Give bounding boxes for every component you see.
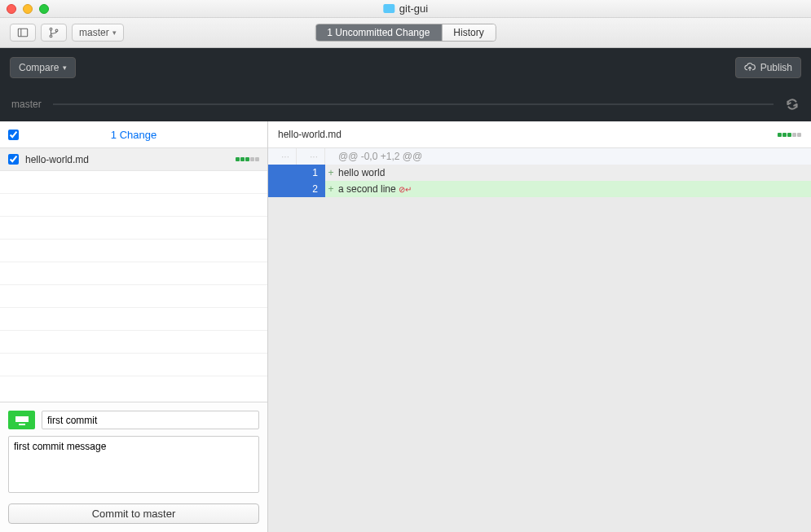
file-checkbox[interactable] — [8, 154, 19, 165]
diff-filename: hello-world.md — [278, 129, 342, 140]
commit-button[interactable]: Commit to master — [8, 503, 259, 524]
publish-label: Publish — [760, 62, 792, 73]
sidebar-toggle-button[interactable] — [10, 24, 36, 42]
timeline-branch-label: master — [11, 99, 42, 110]
svg-rect-0 — [18, 29, 27, 37]
svg-point-3 — [50, 35, 52, 37]
svg-rect-7 — [19, 424, 25, 425]
chevron-down-icon: ▾ — [112, 29, 117, 37]
minimize-window-button[interactable] — [23, 4, 33, 14]
branch-selector[interactable]: master ▾ — [72, 24, 124, 42]
view-segmented-control: 1 Uncommitted Change History — [315, 24, 496, 42]
main-toolbar: master ▾ 1 Uncommitted Change History — [0, 18, 811, 48]
branch-icon — [48, 27, 60, 38]
compare-button[interactable]: Compare ▾ — [10, 57, 76, 78]
changes-sidebar: 1 Change hello-world.md Commit to — [0, 121, 268, 532]
maximize-window-button[interactable] — [39, 4, 49, 14]
caret-down-icon: ▾ — [63, 64, 67, 72]
tab-history[interactable]: History — [442, 24, 495, 41]
cloud-upload-icon — [744, 62, 756, 73]
diff-status-indicator — [778, 133, 801, 137]
comparison-bar: Compare ▾ Publish master — [0, 48, 811, 121]
diff-body[interactable]: ··· ··· @@ -0,0 +1,2 @@ 1+hello world2+a… — [268, 148, 811, 532]
branch-button[interactable] — [41, 24, 67, 42]
author-avatar — [8, 411, 35, 429]
file-name: hello-world.md — [25, 154, 229, 165]
svg-rect-6 — [15, 416, 29, 422]
select-all-checkbox[interactable] — [8, 130, 19, 140]
diff-hunk-header: ··· ··· @@ -0,0 +1,2 @@ — [268, 148, 811, 165]
svg-point-4 — [55, 29, 58, 32]
svg-point-2 — [50, 28, 52, 30]
diff-line[interactable]: 2+a second line ⊘↵ — [268, 181, 811, 197]
changes-header: 1 Change — [0, 121, 267, 148]
close-window-button[interactable] — [7, 4, 16, 14]
file-status-indicator — [236, 157, 259, 161]
timeline-track — [53, 103, 774, 105]
tab-changes[interactable]: 1 Uncommitted Change — [315, 24, 442, 41]
commit-summary-input[interactable] — [42, 411, 259, 429]
diff-line[interactable]: 1+hello world — [268, 165, 811, 181]
window-title: git-gui — [399, 2, 428, 15]
file-row[interactable]: hello-world.md — [0, 148, 267, 171]
branch-selector-label: master — [79, 27, 109, 38]
no-newline-icon: ⊘↵ — [399, 185, 412, 194]
window-titlebar: git-gui — [0, 0, 811, 18]
changed-files-list: hello-world.md — [0, 148, 267, 402]
publish-button[interactable]: Publish — [735, 57, 801, 78]
commit-form: Commit to master — [0, 402, 267, 532]
commit-description-input[interactable] — [8, 436, 259, 493]
sidebar-icon — [17, 27, 29, 38]
changes-count-title: 1 Change — [111, 129, 156, 141]
diff-header: hello-world.md — [268, 121, 811, 148]
folder-icon — [383, 4, 394, 13]
compare-label: Compare — [19, 62, 59, 73]
sync-icon[interactable] — [785, 97, 800, 112]
diff-pane: hello-world.md ··· ··· @@ -0,0 +1,2 @@ 1… — [268, 121, 811, 532]
